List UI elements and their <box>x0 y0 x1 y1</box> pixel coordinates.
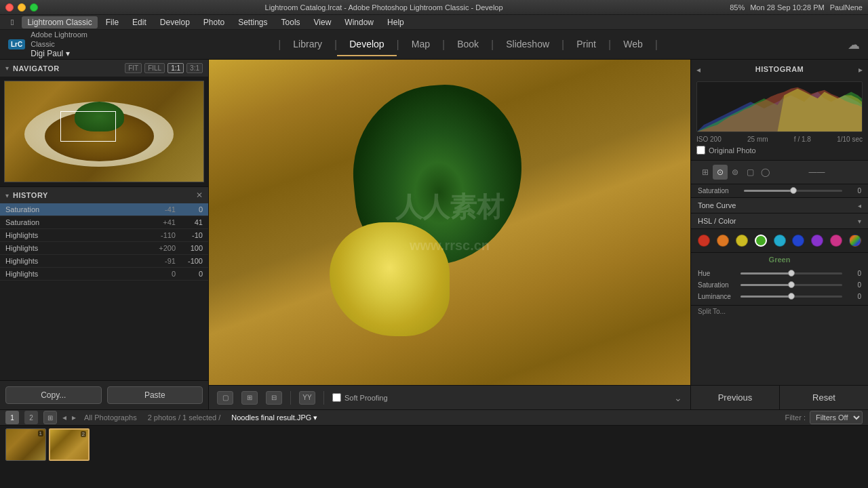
reset-button[interactable]: Reset <box>780 386 868 409</box>
saturation-hsl-slider[interactable] <box>741 284 842 286</box>
zoom-1to1[interactable]: 1:1 <box>167 63 184 73</box>
filmstrip-grid-icon[interactable]: ⊞ <box>43 411 57 424</box>
menu-photo[interactable]: Photo <box>198 16 230 28</box>
app-menu-lightroom[interactable]: Lightroom Classic <box>22 16 97 28</box>
menu-tools[interactable]: Tools <box>276 16 306 28</box>
soft-proofing-checkbox[interactable] <box>332 393 341 402</box>
tool-circle-icon[interactable]: ⊙ <box>713 165 728 180</box>
zoom-3to1[interactable]: 3:1 <box>186 63 203 73</box>
menu-settings[interactable]: Settings <box>233 16 273 28</box>
color-blue[interactable] <box>792 235 804 247</box>
tool-slider-icon[interactable]: —— <box>772 165 861 180</box>
tab-library[interactable]: Library <box>281 33 334 56</box>
hsl-header[interactable]: HSL / Color ▾ <box>691 214 868 229</box>
paste-button[interactable]: Paste <box>107 386 203 404</box>
color-magenta[interactable] <box>830 235 842 247</box>
close-button[interactable] <box>5 3 14 12</box>
app-name: Adobe Lightroom Classic <box>31 30 100 48</box>
grid-view-btn[interactable]: ⊞ <box>241 391 258 405</box>
menu-window[interactable]: Window <box>339 16 379 28</box>
copy-button[interactable]: Copy... <box>5 386 102 404</box>
tab-slideshow[interactable]: Slideshow <box>494 33 561 56</box>
color-orange[interactable] <box>717 235 729 247</box>
navigator-header[interactable]: ▾ Navigator FIT FILL 1:1 3:1 <box>0 60 208 77</box>
filmstrip-prev-icon[interactable]: ◂ <box>62 413 66 422</box>
maximize-button[interactable] <box>30 3 38 12</box>
sat-hsl-row: Saturation 0 <box>691 279 868 291</box>
navigator-image <box>4 81 204 182</box>
menu-file[interactable]: File <box>100 16 124 28</box>
menu-edit[interactable]: Edit <box>127 16 152 28</box>
filmstrip: 1 2 ⊞ ◂ ▸ All Photographs 2 photos / 1 s… <box>0 409 868 464</box>
tab-web[interactable]: Web <box>611 33 655 56</box>
tab-develop[interactable]: Develop <box>337 33 396 56</box>
tool-icons-row: ⊞ ⊙ ⊚ ▢ ◯ —— <box>691 161 868 184</box>
history-item-5[interactable]: Highlights 0 0 <box>0 268 208 281</box>
crop-tool-btn[interactable]: ▢ <box>217 391 233 405</box>
menu-help[interactable]: Help <box>382 16 410 28</box>
zoom-fill[interactable]: FILL <box>144 63 165 73</box>
filter-select[interactable]: Filters Off Flagged Rated <box>810 411 863 424</box>
tool-tone-icon[interactable]: ⊚ <box>728 165 743 180</box>
original-photo-checkbox[interactable] <box>696 146 705 155</box>
tab-print[interactable]: Print <box>564 33 608 56</box>
titlebar-right: 85% Mon 28 Sep 10:28 PM PaulNene <box>730 3 863 12</box>
hue-thumb[interactable] <box>788 270 795 277</box>
yt-btn[interactable]: YY <box>299 391 315 405</box>
film-thumb-1[interactable]: 1 <box>5 428 46 461</box>
loupe-view-btn[interactable]: ⊟ <box>266 391 282 405</box>
color-purple[interactable] <box>811 235 823 247</box>
color-red[interactable] <box>698 235 710 247</box>
page-2[interactable]: 2 <box>24 411 38 424</box>
page-1[interactable]: 1 <box>5 411 19 424</box>
history-item-4[interactable]: Highlights -91 -100 <box>0 255 208 268</box>
previous-button[interactable]: Previous <box>691 386 780 409</box>
history-item-0[interactable]: Saturation -41 0 <box>0 203 208 216</box>
color-aqua[interactable] <box>774 235 786 247</box>
saturation-thumb[interactable] <box>790 187 797 194</box>
histogram-shadow-warning[interactable]: ◂ <box>696 65 701 75</box>
tone-curve-row[interactable]: Tone Curve ◂ <box>691 198 868 214</box>
film-thumb-2[interactable]: 2 <box>49 428 90 461</box>
color-yellow[interactable] <box>736 235 748 247</box>
menu-view[interactable]: View <box>309 16 337 28</box>
toolbar-sep-2 <box>323 391 324 405</box>
luminance-thumb[interactable] <box>788 293 795 300</box>
color-green[interactable] <box>755 235 767 247</box>
photo-name[interactable]: Noodles final result.JPG ▾ <box>229 412 320 424</box>
history-close-icon[interactable]: ✕ <box>196 190 203 200</box>
split-toning-label: Split To... <box>691 305 868 317</box>
hue-slider[interactable] <box>741 272 842 274</box>
history-header[interactable]: ▾ History ✕ <box>0 187 208 203</box>
histogram-highlight-warning[interactable]: ▸ <box>859 65 863 75</box>
tool-grid-icon[interactable]: ⊞ <box>698 165 713 180</box>
app-user[interactable]: Digi Paul ▾ <box>31 49 100 58</box>
luminance-slider[interactable] <box>741 296 842 298</box>
tab-book[interactable]: Book <box>445 33 491 56</box>
color-circles-row <box>691 229 868 253</box>
history-item-1[interactable]: Saturation +41 41 <box>0 216 208 229</box>
color-all[interactable] <box>849 235 861 247</box>
history-item-3[interactable]: Highlights +200 100 <box>0 242 208 255</box>
datetime: Mon 28 Sep 10:28 PM <box>750 3 824 12</box>
saturation-hsl-thumb[interactable] <box>788 281 795 288</box>
cloud-icon[interactable]: ☁ <box>848 37 860 52</box>
filmstrip-next-icon[interactable]: ▸ <box>72 413 76 422</box>
tab-map[interactable]: Map <box>399 33 442 56</box>
tool-circle2-icon[interactable]: ◯ <box>757 165 772 180</box>
minimize-button[interactable] <box>18 3 26 12</box>
hue-row: Hue 0 <box>691 268 868 279</box>
soft-proofing-check[interactable]: Soft Proofing <box>332 393 388 402</box>
saturation-slider[interactable] <box>744 190 842 192</box>
menu-develop[interactable]: Develop <box>155 16 195 28</box>
menubar:  Lightroom Classic File Edit Develop Ph… <box>0 15 868 30</box>
toolbar-expand-icon[interactable]: ⌄ <box>674 392 682 403</box>
exif-shutter: 1/10 sec <box>837 136 863 143</box>
apple-menu[interactable]:  <box>5 16 19 28</box>
lrc-badge: LrC <box>8 39 25 49</box>
all-photographs[interactable]: All Photographs <box>81 412 140 423</box>
history-item-2[interactable]: Highlights -110 -10 <box>0 229 208 242</box>
tone-curve-arrow: ◂ <box>858 202 861 209</box>
tool-rect-icon[interactable]: ▢ <box>743 165 757 180</box>
zoom-fit[interactable]: FIT <box>125 63 142 73</box>
